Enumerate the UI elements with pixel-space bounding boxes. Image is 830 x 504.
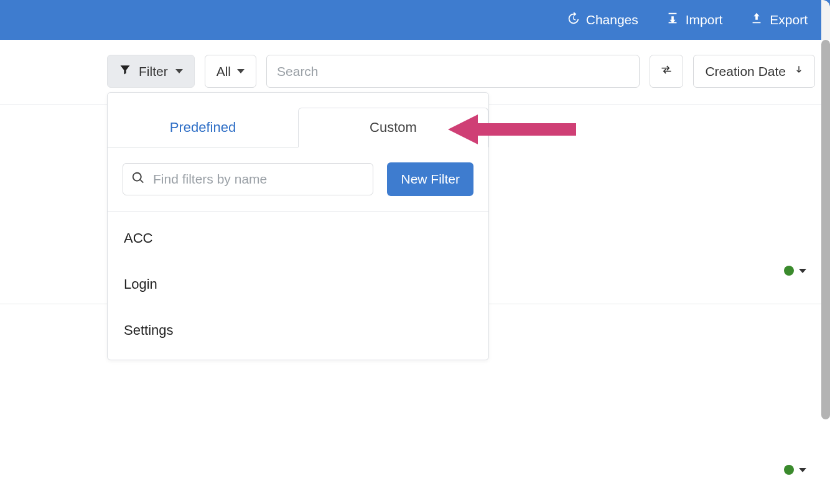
- filter-button-label: Filter: [139, 64, 168, 79]
- history-icon: [566, 12, 580, 29]
- sort-button[interactable]: Creation Date: [693, 55, 815, 88]
- filter-button[interactable]: Filter: [107, 55, 195, 88]
- caret-down-icon: [799, 269, 806, 273]
- scope-label: All: [217, 64, 231, 79]
- tab-predefined[interactable]: Predefined: [108, 108, 298, 147]
- changes-label: Changes: [586, 12, 638, 27]
- import-label: Import: [686, 12, 723, 27]
- tabs: Predefined Custom: [108, 93, 488, 147]
- scope-dropdown[interactable]: All: [205, 55, 256, 88]
- swap-button[interactable]: [650, 55, 683, 88]
- filter-item[interactable]: Login: [108, 261, 488, 307]
- filter-popover: Predefined Custom New Filter ACC Login S…: [107, 92, 489, 360]
- page-corner: [821, 0, 830, 40]
- status-dot-icon: [784, 465, 794, 475]
- import-icon: [666, 12, 679, 29]
- import-link[interactable]: Import: [666, 12, 723, 29]
- status-dropdown[interactable]: [784, 266, 806, 276]
- status-dot-icon: [784, 266, 794, 276]
- export-link[interactable]: Export: [750, 12, 808, 29]
- caret-down-icon: [799, 468, 806, 472]
- filter-item[interactable]: Settings: [108, 307, 488, 353]
- sort-label: Creation Date: [705, 64, 786, 79]
- top-bar: Changes Import Export: [0, 0, 830, 40]
- export-label: Export: [770, 12, 808, 27]
- filter-list: ACC Login Settings: [108, 212, 488, 360]
- swap-icon: [660, 63, 673, 79]
- changes-link[interactable]: Changes: [566, 12, 638, 29]
- find-filter-wrap: [123, 163, 373, 195]
- search-input[interactable]: [266, 55, 640, 88]
- caret-down-icon: [237, 69, 245, 73]
- filter-item[interactable]: ACC: [108, 215, 488, 261]
- find-filter-input[interactable]: [123, 163, 373, 195]
- popover-body: New Filter: [108, 147, 488, 212]
- caret-down-icon: [175, 69, 183, 73]
- tab-custom[interactable]: Custom: [298, 108, 488, 147]
- toolbar: Filter All Creation Date: [0, 40, 830, 88]
- new-filter-button[interactable]: New Filter: [387, 162, 473, 196]
- export-icon: [750, 12, 763, 29]
- scrollbar[interactable]: [821, 40, 830, 419]
- status-dropdown[interactable]: [784, 465, 806, 475]
- arrow-down-icon: [795, 63, 803, 79]
- funnel-icon: [119, 63, 131, 79]
- search-icon: [131, 171, 145, 187]
